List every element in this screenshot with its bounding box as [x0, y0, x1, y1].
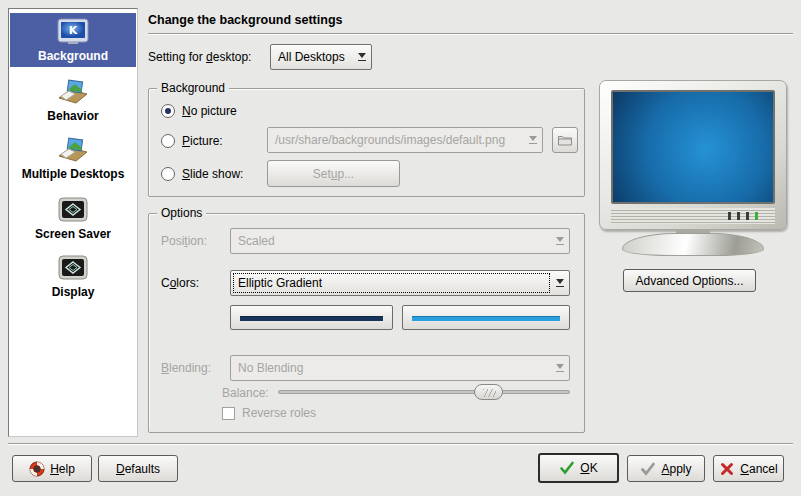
title-separator [148, 33, 793, 35]
color2-button[interactable] [402, 305, 570, 330]
cancel-button[interactable]: Cancel [713, 455, 784, 482]
slide-show-label: Slide show: [182, 167, 243, 181]
reverse-roles-label: Reverse roles [242, 406, 316, 420]
advanced-options-label: Advanced Options... [635, 274, 743, 288]
reverse-roles-checkbox [222, 407, 235, 420]
color1-swatch [240, 316, 383, 321]
folder-icon [557, 132, 573, 148]
monitor-vents [611, 208, 775, 224]
lifebuoy-icon [29, 461, 45, 477]
desktop-selector-label: Setting for desktop: [148, 44, 251, 70]
defaults-button[interactable]: Defaults [98, 455, 178, 482]
screensaver-icon [56, 196, 90, 224]
color2-swatch [412, 316, 560, 321]
position-combo: Scaled [230, 228, 570, 254]
desktop-selector-value: All Desktops [278, 50, 345, 64]
red-cross-icon [719, 461, 735, 477]
advanced-options-button[interactable]: Advanced Options... [623, 269, 756, 292]
apply-button-label: Apply [661, 462, 691, 476]
apply-button[interactable]: Apply [627, 455, 705, 482]
sidebar-item-label: Behavior [47, 109, 98, 123]
balance-label: Balance: [222, 386, 269, 400]
desktop-selector-combo[interactable]: All Desktops [270, 44, 372, 70]
sidebar-item-display[interactable]: Display [10, 249, 136, 303]
chevron-down-icon [524, 128, 542, 152]
footer-separator [8, 443, 793, 445]
blending-combo: No Blending [230, 355, 570, 381]
kde-monitor-icon: K [56, 18, 90, 46]
svg-text:K: K [69, 24, 78, 37]
picture-label: Picture: [182, 134, 223, 148]
sidebar-item-behavior[interactable]: Behavior [10, 73, 136, 127]
colors-value: Elliptic Gradient [238, 276, 322, 290]
no-picture-radio[interactable] [161, 104, 175, 118]
monitor-power-led [755, 212, 758, 220]
picture-path-combo: /usr/share/backgrounds/images/default.pn… [267, 127, 543, 153]
sidebar-item-multiple-desktops[interactable]: Multiple Desktops [10, 131, 136, 185]
chevron-down-icon [551, 229, 569, 253]
options-group-title: Options [157, 206, 206, 221]
desktop-icon [56, 78, 90, 106]
balance-slider [278, 390, 570, 394]
browse-folder-button [552, 127, 578, 153]
chevron-down-icon [551, 271, 569, 295]
chevron-down-icon [551, 356, 569, 380]
colors-combo[interactable]: Elliptic Gradient [230, 270, 570, 296]
defaults-button-label: Defaults [116, 462, 160, 476]
module-list: K Background Behavior Multiple Desktops [8, 8, 138, 437]
blending-value: No Blending [238, 361, 303, 375]
picture-path-value: /usr/share/backgrounds/images/default.pn… [275, 133, 505, 147]
sidebar-item-label: Multiple Desktops [22, 167, 125, 181]
green-check-icon [559, 460, 575, 476]
monitor-led [746, 212, 749, 220]
ok-button-label: OK [580, 461, 597, 475]
gray-check-icon [640, 461, 656, 477]
position-label: Position: [161, 228, 207, 254]
sidebar-item-background[interactable]: K Background [10, 13, 136, 67]
sidebar-item-label: Background [38, 49, 108, 63]
colors-label: Colors: [161, 270, 199, 296]
page-title: Change the background settings [148, 13, 342, 27]
monitor-screen [611, 90, 775, 204]
blending-label: Blending: [161, 355, 211, 381]
background-group-title: Background [157, 81, 229, 96]
monitor-stand [622, 233, 764, 256]
slide-show-radio[interactable] [161, 167, 175, 181]
help-button-label: Help [50, 462, 75, 476]
sidebar-item-label: Screen Saver [35, 227, 111, 241]
help-button[interactable]: Help [12, 455, 92, 482]
picture-radio[interactable] [161, 134, 175, 148]
chevron-down-icon [353, 45, 371, 69]
no-picture-label: No picture [182, 104, 237, 118]
setup-button-label: Setup... [313, 167, 354, 181]
color1-button[interactable] [230, 305, 393, 330]
balance-slider-handle [474, 384, 503, 400]
position-value: Scaled [238, 234, 275, 248]
slide-show-setup-button: Setup... [267, 160, 400, 187]
monitor-preview [599, 80, 787, 230]
sidebar-item-label: Display [52, 285, 95, 299]
sidebar-item-screen-saver[interactable]: Screen Saver [10, 191, 136, 245]
desktop-icon [56, 136, 90, 164]
monitor-led [728, 212, 731, 220]
monitor-led [737, 212, 740, 220]
screensaver-icon [56, 254, 90, 282]
cancel-button-label: Cancel [740, 462, 777, 476]
ok-button[interactable]: OK [538, 453, 619, 483]
